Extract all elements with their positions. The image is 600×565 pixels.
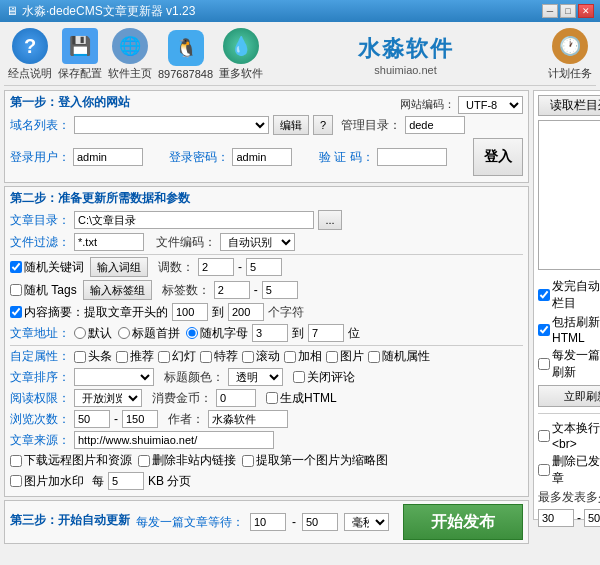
publish-button[interactable]: 开始发布 (403, 504, 523, 540)
comment-check[interactable]: 关闭评论 (293, 369, 355, 386)
right-read-list: 读取栏目列表 发完自动刷新栏目 包括刷新主页HTML 每发一篇同步刷新 (533, 90, 600, 520)
qq-label: 897687848 (158, 68, 213, 80)
read-list-button[interactable]: 读取栏目列表 (538, 95, 600, 116)
brand-subtitle: shuimiao.net (269, 64, 542, 76)
article-rank-label: 文章排序： (10, 369, 70, 386)
tags-min[interactable] (214, 281, 250, 299)
interval-max[interactable] (302, 513, 338, 531)
url-random-min[interactable] (252, 324, 288, 342)
step2-title: 第二步：准备更新所需数据和参数 (10, 190, 523, 207)
max-min[interactable] (538, 509, 574, 527)
domain-help-button[interactable]: ? (313, 115, 333, 135)
content-summary-check[interactable]: 内容摘要：提取文章开头的 (10, 304, 168, 321)
remove-outer-link-check[interactable]: 删除非站内链接 (138, 452, 236, 469)
admin-dir-input[interactable] (405, 116, 465, 134)
watermark-every-label: 每 (92, 473, 104, 490)
pageview-label: 浏览次数： (10, 411, 70, 428)
source-input[interactable] (74, 431, 274, 449)
pageview-min[interactable] (74, 410, 110, 428)
save-config-button[interactable]: 💾 保存配置 (58, 28, 102, 81)
qq-button[interactable]: 🐧 897687848 (158, 30, 213, 80)
plan-button[interactable]: 🕐 计划任务 (548, 28, 592, 81)
source-label: 文章来源： (10, 432, 70, 449)
author-input[interactable] (208, 410, 288, 428)
browse-button[interactable]: ... (318, 210, 342, 230)
download-resource-check[interactable]: 下载远程图片和资源 (10, 452, 132, 469)
sync-each-check[interactable]: 每发一篇同步刷新 (538, 347, 600, 381)
consume-input[interactable] (216, 389, 256, 407)
login-pwd-input[interactable] (232, 148, 292, 166)
domain-select[interactable] (74, 116, 269, 134)
interval-min[interactable] (250, 513, 286, 531)
verify-label: 验 证 码： (319, 149, 374, 166)
url-title-radio[interactable]: 标题首拼 (118, 325, 180, 342)
color-label: 标题颜色： (164, 369, 224, 386)
tags-max[interactable] (262, 281, 298, 299)
close-button[interactable]: ✕ (578, 4, 594, 18)
summary-unit: 个字符 (268, 304, 304, 321)
first-pic-thumb-check[interactable]: 提取第一个图片为缩略图 (242, 452, 388, 469)
file-encoding-select[interactable]: 自动识别 (220, 233, 295, 251)
input-tags-button[interactable]: 输入标签组 (83, 280, 152, 300)
read-level-label: 阅读权限： (10, 390, 70, 407)
include-main-html-check[interactable]: 包括刷新主页HTML (538, 314, 600, 345)
watermark-check[interactable]: 图片加水印 (10, 473, 84, 490)
title-bar: 🖥 水淼·dedeCMS文章更新器 v1.23 ─ □ ✕ (0, 0, 600, 22)
line-break-check[interactable]: 文本换行转<br> (538, 420, 600, 451)
homepage-button[interactable]: 🌐 软件主页 (108, 28, 152, 81)
login-user-input[interactable] (73, 148, 143, 166)
homepage-label: 软件主页 (108, 66, 152, 81)
update-label: 重多软件 (219, 66, 263, 81)
article-url-label: 文章地址： (10, 325, 70, 342)
interval-unit-select[interactable]: 毫秒 (344, 513, 389, 531)
author-label: 作者： (168, 411, 204, 428)
step1-section: 第一步：登入你的网站 网站编码： UTF-8 域名列表： 编辑 ? 管理目录： (4, 90, 529, 183)
refresh-now-button[interactable]: 立即刷新 (538, 385, 600, 407)
step2-section: 第二步：准备更新所需数据和参数 文章目录： ... 文件过滤： 文件编码： 自动… (4, 186, 529, 497)
update-button[interactable]: 💧 重多软件 (219, 28, 263, 81)
edit-domain-button[interactable]: 编辑 (273, 115, 309, 135)
input-group-button[interactable]: 输入词组 (90, 257, 148, 277)
login-user-label: 登录用户： (10, 149, 70, 166)
url-default-radio[interactable]: 默认 (74, 325, 112, 342)
tuning-min[interactable] (198, 258, 234, 276)
generate-html-check[interactable]: 生成HTML (266, 390, 337, 407)
help-label: 经点说明 (8, 66, 52, 81)
verify-input[interactable] (377, 148, 447, 166)
plan-label: 计划任务 (548, 66, 592, 81)
filter-label: 文件过滤： (10, 234, 70, 251)
pageview-max[interactable] (122, 410, 158, 428)
step3-title: 第三步：开始自动更新 (10, 512, 130, 529)
article-dir-input[interactable] (74, 211, 314, 229)
color-select[interactable]: 透明 (228, 368, 283, 386)
minimize-button[interactable]: ─ (542, 4, 558, 18)
custom-attr-label: 自定属性： (10, 348, 70, 365)
login-button[interactable]: 登入 (473, 138, 523, 176)
maximize-button[interactable]: □ (560, 4, 576, 18)
domain-label: 域名列表： (10, 117, 70, 134)
random-tags-check[interactable]: 随机 Tags (10, 282, 77, 299)
max-articles-label: 最多发表多少篇： (538, 489, 600, 506)
tuning-max[interactable] (246, 258, 282, 276)
save-config-label: 保存配置 (58, 66, 102, 81)
title-text: 水淼·dedeCMS文章更新器 v1.23 (22, 3, 195, 20)
encoding-select[interactable]: UTF-8 (458, 96, 523, 114)
summary-from[interactable] (172, 303, 208, 321)
random-keyword-check[interactable]: 随机关键词 (10, 259, 84, 276)
column-list-area (538, 120, 600, 270)
url-unit: 位 (348, 325, 360, 342)
summary-to[interactable] (228, 303, 264, 321)
auto-refresh-check[interactable]: 发完自动刷新栏目 (538, 278, 600, 312)
max-max[interactable] (584, 509, 600, 527)
url-random-radio[interactable]: 随机字母 (186, 325, 248, 342)
url-random-max[interactable] (308, 324, 344, 342)
article-rank-select[interactable] (74, 368, 154, 386)
skip-published-check[interactable]: 删除已发布文章 (538, 453, 600, 487)
admin-dir-label: 管理目录： (341, 117, 401, 134)
watermark-kb[interactable] (108, 472, 144, 490)
help-button[interactable]: ? 经点说明 (8, 28, 52, 81)
tags-count-label: 标签数： (162, 282, 210, 299)
filter-input[interactable] (74, 233, 144, 251)
read-level-select[interactable]: 开放浏览 (74, 389, 142, 407)
article-dir-label: 文章目录： (10, 212, 70, 229)
